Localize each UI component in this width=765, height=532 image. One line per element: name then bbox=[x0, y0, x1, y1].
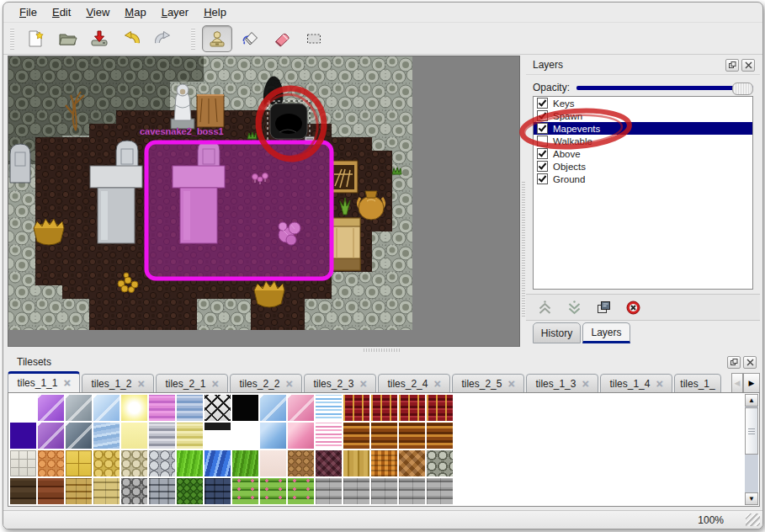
tile-stripes-brown[interactable] bbox=[343, 423, 369, 449]
splitter-grip[interactable] bbox=[522, 182, 525, 317]
menu-item-help[interactable]: Help bbox=[196, 4, 234, 20]
tile-lattice[interactable] bbox=[205, 395, 231, 421]
menu-item-view[interactable]: View bbox=[78, 4, 117, 20]
tileset-tab-tiles_2_1[interactable]: tiles_2_1× bbox=[156, 374, 228, 393]
tile-wall-graybrick[interactable] bbox=[149, 478, 175, 504]
tile-wall-sandstone[interactable] bbox=[93, 478, 120, 504]
tab-scroll-right-button[interactable]: ▶ bbox=[743, 373, 760, 393]
tile-planks-gray[interactable] bbox=[427, 478, 453, 504]
tile-tile-pink[interactable] bbox=[288, 423, 314, 449]
tile-white[interactable] bbox=[232, 423, 258, 449]
tile-grass-mid[interactable] bbox=[232, 450, 258, 476]
toolbar-grip[interactable] bbox=[191, 28, 195, 50]
tile-dirt-pebble[interactable] bbox=[288, 450, 314, 476]
tile-weave-orange[interactable] bbox=[371, 450, 397, 476]
tile-crystal-slate[interactable] bbox=[66, 423, 92, 449]
tileset-tab-tiles_1_2[interactable]: tiles_1_2× bbox=[82, 374, 154, 393]
select-tool-button[interactable] bbox=[300, 26, 328, 51]
tab-close-icon[interactable]: × bbox=[656, 380, 662, 388]
tile-brick-red[interactable] bbox=[427, 395, 453, 421]
tile-water-light[interactable] bbox=[93, 423, 120, 449]
tile-brick-red[interactable] bbox=[399, 395, 425, 421]
tile-stripes-ltblue[interactable] bbox=[316, 395, 342, 421]
tile-stripes-brown[interactable] bbox=[371, 423, 397, 449]
tile-crystal-purple[interactable] bbox=[38, 395, 64, 421]
tile-stripes-pink[interactable] bbox=[149, 395, 175, 421]
tab-close-icon[interactable]: × bbox=[507, 380, 514, 388]
stamp-tool-button[interactable] bbox=[202, 25, 232, 52]
tile-stripes-pinkwhite[interactable] bbox=[316, 423, 342, 449]
tile-stripes-olive[interactable] bbox=[177, 423, 203, 449]
tab-close-icon[interactable]: × bbox=[582, 380, 588, 388]
toolbar-grip[interactable] bbox=[10, 28, 14, 50]
tile-hedge[interactable] bbox=[177, 478, 203, 504]
tileset-content[interactable]: ▲ ▼ bbox=[8, 392, 760, 507]
layer-row-ground[interactable]: Ground bbox=[534, 173, 752, 185]
layer-row-objects[interactable]: Objects bbox=[534, 160, 752, 173]
tile-planks-gray[interactable] bbox=[399, 478, 425, 504]
tile-planks-gray[interactable] bbox=[371, 478, 397, 504]
menu-item-edit[interactable]: Edit bbox=[45, 4, 78, 20]
tile-glow-yellow[interactable] bbox=[121, 395, 147, 421]
tile-grass-rows[interactable] bbox=[260, 478, 286, 504]
tile-crystal-gray[interactable] bbox=[66, 395, 92, 421]
layer-visibility-checkbox[interactable] bbox=[537, 173, 548, 184]
panel-tab-history[interactable]: History bbox=[533, 322, 581, 343]
tile-grass-rows[interactable] bbox=[288, 478, 314, 504]
event-region-selection[interactable] bbox=[146, 142, 332, 279]
tab-scroll-left-button[interactable]: ◀ bbox=[731, 373, 743, 393]
menu-item-map[interactable]: Map bbox=[117, 4, 153, 20]
tile-brick-navy[interactable] bbox=[205, 478, 231, 504]
horizontal-splitter[interactable] bbox=[3, 347, 762, 353]
new-file-button[interactable] bbox=[21, 26, 50, 51]
layer-visibility-checkbox[interactable] bbox=[537, 110, 548, 121]
opacity-slider-handle[interactable] bbox=[732, 82, 753, 95]
tile-water-blue[interactable] bbox=[205, 450, 231, 476]
eraser-tool-button[interactable] bbox=[268, 26, 296, 51]
tile-stones-gray[interactable] bbox=[149, 450, 175, 476]
tile-logs-end[interactable] bbox=[427, 450, 453, 476]
resize-grip[interactable] bbox=[746, 513, 760, 526]
tileset-tab-tiles_2_5[interactable]: tiles_2_5× bbox=[452, 374, 524, 393]
tile-stripes-brown[interactable] bbox=[427, 423, 453, 449]
open-file-button[interactable] bbox=[53, 26, 82, 51]
layer-visibility-checkbox[interactable] bbox=[537, 161, 548, 172]
tile-planks-tan-v[interactable] bbox=[343, 450, 369, 476]
menu-item-layer[interactable]: Layer bbox=[154, 4, 197, 20]
scroll-down-button[interactable]: ▼ bbox=[745, 492, 758, 505]
tile-planks-gray[interactable] bbox=[316, 478, 342, 504]
tile-tile-yellow[interactable] bbox=[66, 450, 92, 476]
tileset-tab-tiles_2_3[interactable]: tiles_2_3× bbox=[304, 374, 376, 393]
splitter-grip[interactable] bbox=[364, 348, 401, 352]
tile-grass-rows[interactable] bbox=[232, 478, 258, 504]
layer-visibility-checkbox[interactable] bbox=[537, 123, 548, 134]
tab-close-icon[interactable]: × bbox=[359, 380, 366, 388]
tab-close-icon[interactable]: × bbox=[63, 379, 70, 387]
delete-layer-button[interactable] bbox=[622, 297, 644, 317]
menu-item-file[interactable]: File bbox=[12, 4, 45, 20]
layer-visibility-checkbox[interactable] bbox=[537, 136, 548, 146]
layer-visibility-checkbox[interactable] bbox=[537, 98, 548, 109]
tab-close-icon[interactable]: × bbox=[137, 380, 144, 388]
tab-close-icon[interactable]: × bbox=[285, 380, 292, 388]
tileset-tab-tiles_1_1[interactable]: tiles_1_1× bbox=[8, 371, 80, 393]
tile-brick-red[interactable] bbox=[343, 395, 369, 421]
tile-path-yellow[interactable] bbox=[93, 450, 120, 476]
tileset-scrollbar[interactable]: ▲ ▼ bbox=[745, 394, 758, 505]
tile-crystal-blue[interactable] bbox=[260, 395, 286, 421]
tileset-tab-tiles_1[interactable]: tiles_1_ bbox=[674, 374, 721, 393]
layer-row-above[interactable]: Above bbox=[534, 147, 752, 160]
tileset-tab-tiles_1_3[interactable]: tiles_1_3× bbox=[526, 374, 598, 393]
tile-cobble-beige[interactable] bbox=[121, 450, 147, 476]
layer-visibility-checkbox[interactable] bbox=[537, 148, 548, 159]
tile-wall-tanbrick[interactable] bbox=[66, 478, 92, 504]
tile-stripes-bluegray[interactable] bbox=[177, 395, 203, 421]
tile-plank-dark[interactable] bbox=[205, 423, 231, 449]
tile-wall-darkwood[interactable] bbox=[10, 478, 36, 504]
merge-layer-button[interactable] bbox=[592, 297, 614, 317]
map-viewport[interactable]: cavesnake2_boss1 bbox=[8, 56, 520, 347]
tile-grass-bright[interactable] bbox=[177, 450, 203, 476]
scrollbar-thumb[interactable] bbox=[745, 407, 758, 455]
tile-stripes-gray[interactable] bbox=[149, 423, 175, 449]
move-layer-up-button[interactable] bbox=[534, 297, 555, 317]
